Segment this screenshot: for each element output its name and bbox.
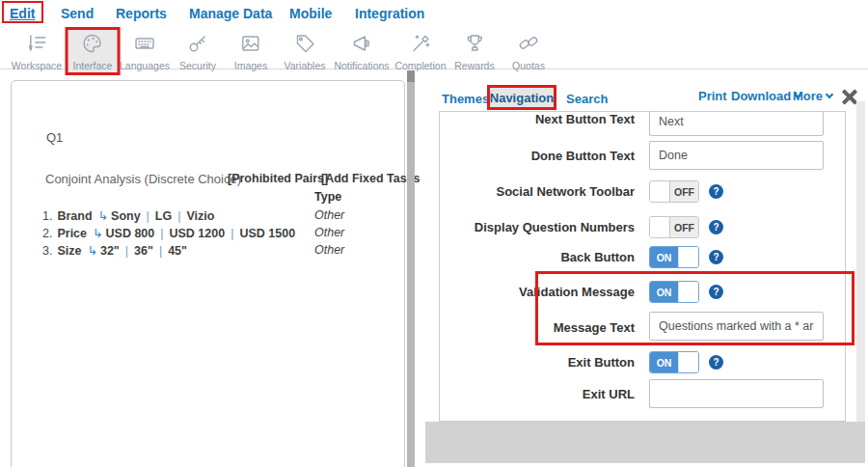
toolbar-item-images[interactable]: Images [227,27,275,75]
toolbar-item-label: Languages [120,60,170,71]
attribute-type: Other [314,208,344,222]
palette-icon [81,32,104,59]
toggle-knob [650,217,670,237]
help-icon[interactable] [709,220,723,234]
exit-button-label: Exit Button [440,355,635,370]
toggle-state-label: ON [650,247,678,267]
toolbar-item-security[interactable]: Security [172,27,224,75]
vertical-scrollbar[interactable] [407,70,415,467]
tab-navigation[interactable]: Navigation [487,85,556,110]
trophy-icon [463,32,486,59]
chevron-down-icon [826,91,833,98]
attribute-row-brand[interactable]: 1.Brand↳Sony|LG|Vizio [42,208,214,223]
prohibited-pairs-link[interactable]: [Prohibited Pairs] [228,172,328,185]
survey-preview-panel: Q1 Conjoint Analysis (Discrete Choice) [… [11,80,405,467]
level-arrow-icon: ↳ [87,243,96,258]
navigation-settings-form: Next Button Text Done Button Text Social… [439,111,846,422]
exit-button-toggle[interactable]: ON [649,351,699,373]
attribute-level: 36" [134,244,153,258]
level-separator: | [147,209,149,223]
attribute-type: Other [314,226,344,239]
message-text-input[interactable] [649,312,824,341]
toolbar-item-label: Interface [73,60,113,71]
attribute-number: 3. [42,244,52,258]
nav-item-mobile[interactable]: Mobile [289,6,332,21]
attribute-name: Size [57,244,81,258]
help-icon[interactable] [709,250,723,264]
attribute-type: Other [314,243,344,257]
nav-item-send[interactable]: Send [61,6,94,21]
download-link[interactable]: Download [731,89,800,103]
toolbar-item-languages[interactable]: Languages [112,27,177,75]
toolbar-item-label: Rewards [454,60,494,71]
toolbar-item-label: Images [234,60,267,71]
more-label: More [793,89,823,103]
help-icon[interactable] [709,355,723,370]
nav-item-reports[interactable]: Reports [116,6,167,21]
back-button-label: Back Button [440,250,635,264]
add-fixed-tasks-link[interactable]: [Add Fixed Tasks [321,172,420,185]
toolbar-item-workspace[interactable]: Workspace [4,27,69,75]
tab-search[interactable]: Search [566,92,608,106]
toggle-knob [678,247,698,267]
done-button-text-input[interactable] [649,141,824,170]
toolbar-item-completion[interactable]: Completion [387,27,453,75]
level-arrow-icon: ↳ [93,226,102,240]
megaphone-icon [350,32,373,59]
scrollbar-thumb[interactable] [407,70,415,82]
next-button-text-input[interactable] [649,111,824,136]
social-network-toolbar-label: Social Network Toolbar [440,184,635,199]
toolbar-item-variables[interactable]: Variables [277,27,334,75]
more-link[interactable]: More [793,89,832,103]
toolbar-item-rewards[interactable]: Rewards [447,27,502,75]
nav-item-manage-data[interactable]: Manage Data [189,6,272,21]
edit-toolbar: Workspace Interface Languages Security I… [0,29,868,69]
toolbar-item-label: Variables [285,60,326,71]
attribute-level: USD 1500 [239,227,295,240]
toolbar-item-label: Completion [394,60,446,71]
attribute-row-price[interactable]: 2.Price↳USD 800|USD 1200|USD 1500 [42,226,295,240]
display-question-numbers-label: Display Question Numbers [440,220,635,234]
validation-message-label: Validation Message [440,285,635,299]
back-button-toggle[interactable]: ON [649,246,699,268]
social-network-toolbar-toggle[interactable]: OFF [649,180,699,203]
toolbar-item-label: Notifications [334,60,389,71]
attribute-level: 45" [168,244,187,258]
exit-url-input[interactable] [649,379,824,408]
toolbar-item-quotas[interactable]: Quotas [504,27,553,75]
close-icon[interactable] [841,89,857,105]
nav-item-edit[interactable]: Edit [10,6,35,21]
level-separator: | [231,227,233,240]
exit-url-label: Exit URL [440,387,635,401]
toolbar-item-label: Security [179,60,216,71]
wand-icon [409,32,432,59]
workspace-pen-icon [25,32,48,59]
toolbar-item-label: Workspace [12,60,62,71]
message-text-label: Message Text [440,320,635,335]
toolbar-item-label: Quotas [512,60,545,71]
attribute-level: LG [155,209,172,223]
tab-themes[interactable]: Themes [442,92,489,106]
download-label: Download [731,89,791,103]
print-link[interactable]: Print [698,89,727,103]
attribute-name: Brand [57,209,92,223]
image-icon [239,32,262,59]
top-nav: Edit Send Reports Manage Data Mobile Int… [0,0,868,29]
panel-scrollbar[interactable] [856,101,865,422]
nav-item-integration[interactable]: Integration [355,6,424,21]
level-separator: | [159,244,162,258]
attribute-row-size[interactable]: 3.Size↳32"|36"|45" [42,243,187,258]
help-icon[interactable] [709,184,723,199]
level-separator: | [160,227,163,240]
tag-icon [293,32,316,59]
chain-icon [517,32,540,59]
help-icon[interactable] [709,285,723,299]
level-separator: | [177,209,180,223]
validation-message-toggle[interactable]: ON [649,281,699,303]
question-title: Conjoint Analysis (Discrete Choice) [45,172,241,186]
attribute-number: 2. [42,227,52,240]
next-button-text-label: Next Button Text [440,112,635,126]
attribute-number: 1. [42,209,52,223]
display-question-numbers-toggle[interactable]: OFF [649,216,699,238]
type-column-header: Type [314,190,341,204]
